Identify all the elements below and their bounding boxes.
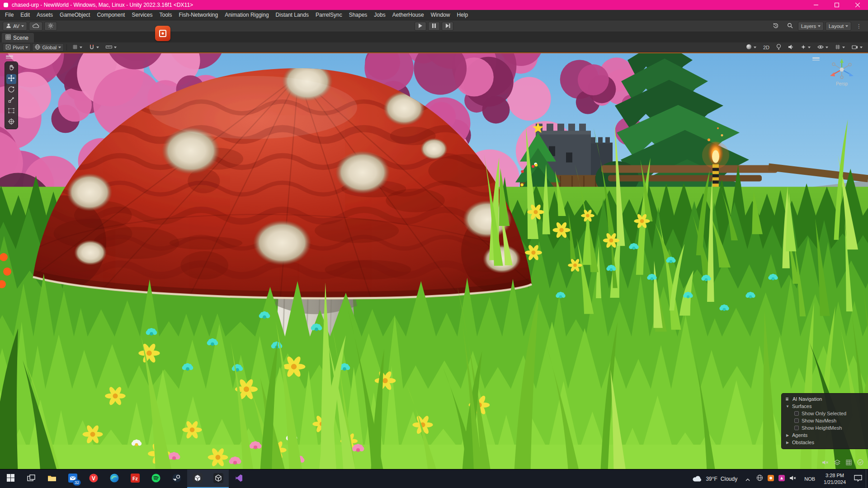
maximize-button[interactable] xyxy=(826,0,847,10)
spotify-button[interactable] xyxy=(146,469,166,488)
obstacles-foldout[interactable]: ▶ Obstacles xyxy=(784,439,865,446)
layers-dropdown[interactable]: Layers xyxy=(798,22,824,31)
scene-view-render[interactable] xyxy=(0,53,868,469)
vivaldi-button[interactable]: V xyxy=(83,469,104,488)
menu-tools[interactable]: Tools xyxy=(156,11,175,19)
show-only-selected-row[interactable]: Show Only Selected xyxy=(784,410,865,417)
svg-text:Fz: Fz xyxy=(132,475,138,481)
global-dropdown[interactable]: Global xyxy=(32,43,64,52)
file-explorer-button[interactable] xyxy=(42,469,62,488)
layout-dropdown[interactable]: Layout xyxy=(826,22,851,31)
menu-edit[interactable]: Edit xyxy=(17,11,33,19)
viewport-audio-mute-icon[interactable] xyxy=(822,459,829,467)
show-desktop-button[interactable] xyxy=(866,469,868,488)
step-button[interactable] xyxy=(442,22,453,31)
surfaces-foldout[interactable]: ▼ Surfaces xyxy=(784,403,865,410)
projection-label[interactable]: Persp xyxy=(826,81,858,86)
scale-tool-button[interactable] xyxy=(6,96,16,106)
menu-services[interactable]: Services xyxy=(128,11,156,19)
viewport-grid-icon[interactable] xyxy=(846,459,852,467)
edge-button[interactable] xyxy=(104,469,125,488)
transform-tool-button[interactable] xyxy=(6,117,16,127)
menu-aetherhouse[interactable]: AetherHouse xyxy=(389,11,427,19)
orientation-gizmo[interactable]: Persp xyxy=(826,58,858,86)
account-dropdown[interactable]: AV xyxy=(3,22,27,31)
menu-fish-networking[interactable]: Fish-Networking xyxy=(175,11,221,19)
hidden-objects-dropdown[interactable] xyxy=(815,43,831,52)
viewport-layers-icon[interactable] xyxy=(834,459,840,467)
mail-button[interactable]: 32 xyxy=(62,469,83,488)
filezilla-button[interactable]: Fz xyxy=(125,469,146,488)
show-heightmesh-row[interactable]: Show HeightMesh xyxy=(784,424,865,432)
steam-button[interactable] xyxy=(166,469,187,488)
rotate-tool-button[interactable] xyxy=(6,85,16,95)
show-navmesh-checkbox[interactable] xyxy=(794,418,799,423)
scene-viewport[interactable]: Persp AI Navigation ▼ Surfaces Show Only… xyxy=(0,52,868,469)
hidden-icons-button[interactable] xyxy=(743,475,753,483)
menu-shapes[interactable]: Shapes xyxy=(346,11,371,19)
toggle-2d-button[interactable]: 2D xyxy=(760,43,772,52)
menu-jobs[interactable]: Jobs xyxy=(371,11,388,19)
undo-history-button[interactable] xyxy=(769,22,782,31)
camera-gizmos-dropdown[interactable] xyxy=(849,43,865,52)
main-toolbar: AV Layers Layout ⋮ xyxy=(0,20,868,32)
view-tool-button[interactable] xyxy=(6,63,16,73)
overflow-menu-button[interactable]: ⋮ xyxy=(853,22,865,31)
rect-tool-button[interactable] xyxy=(6,107,16,117)
menu-file[interactable]: File xyxy=(2,11,17,19)
tray-app-magenta-icon[interactable] xyxy=(778,475,785,483)
move-tool-button[interactable] xyxy=(6,74,16,84)
draw-mode-dropdown[interactable] xyxy=(743,43,759,52)
taskbar-clock[interactable]: 3:28 PM 1/21/2024 xyxy=(819,472,850,485)
lighting-toggle[interactable] xyxy=(774,43,784,52)
menu-assets[interactable]: Assets xyxy=(33,11,56,19)
show-navmesh-row[interactable]: Show NavMesh xyxy=(784,417,865,424)
menu-component[interactable]: Component xyxy=(94,11,128,19)
snap-settings-dropdown[interactable] xyxy=(103,43,119,52)
language-indicator[interactable]: NOB xyxy=(800,476,819,482)
menu-distant-lands[interactable]: Distant Lands xyxy=(273,11,312,19)
overlay-menu-icon[interactable] xyxy=(5,55,14,59)
filezilla-icon: Fz xyxy=(131,474,140,484)
titlebar[interactable]: chased-urp - NewWorld - Windows, Mac, Li… xyxy=(0,0,868,10)
scene-overlay-menu-icon[interactable] xyxy=(811,57,821,61)
ai-navigation-header[interactable]: AI Navigation xyxy=(784,395,865,403)
audio-toggle[interactable] xyxy=(785,43,797,52)
minimize-button[interactable] xyxy=(806,0,826,10)
menu-help[interactable]: Help xyxy=(453,11,471,19)
axis-gizmo-icon xyxy=(826,58,858,80)
chevron-down-icon xyxy=(96,47,99,48)
cloud-button[interactable] xyxy=(29,22,42,31)
network-globe-icon[interactable] xyxy=(756,474,763,483)
start-button[interactable] xyxy=(0,469,21,488)
menu-window[interactable]: Window xyxy=(428,11,453,19)
task-view-button[interactable] xyxy=(21,469,42,488)
increment-snap-dropdown[interactable] xyxy=(86,43,102,52)
show-heightmesh-checkbox[interactable] xyxy=(794,426,799,430)
system-tray: 39°F Cloudy NOB 3:28 PM 1/21/2024 xyxy=(686,469,868,488)
play-button[interactable] xyxy=(415,22,426,31)
effects-dropdown[interactable] xyxy=(798,43,813,52)
agents-foldout[interactable]: ▶ Agents xyxy=(784,432,865,439)
tray-app-orange-icon[interactable] xyxy=(768,475,774,483)
volume-muted-icon[interactable] xyxy=(789,475,797,483)
grid-visibility-dropdown[interactable] xyxy=(832,43,848,52)
grid-snap-dropdown[interactable] xyxy=(70,43,85,52)
close-button[interactable] xyxy=(847,0,868,10)
action-center-button[interactable] xyxy=(850,474,866,483)
visual-studio-button[interactable] xyxy=(229,469,250,488)
menu-animation-rigging[interactable]: Animation Rigging xyxy=(222,11,272,19)
unity-editor-button[interactable] xyxy=(187,469,208,488)
show-only-selected-checkbox[interactable] xyxy=(794,411,799,416)
tab-scene[interactable]: Scene xyxy=(2,33,34,42)
viewport-check-icon[interactable] xyxy=(857,459,863,467)
unity-hub-button[interactable] xyxy=(208,469,229,488)
floating-tool-icon[interactable] xyxy=(155,26,170,41)
menu-parrelsync[interactable]: ParrelSync xyxy=(312,11,345,19)
menu-gameobject[interactable]: GameObject xyxy=(57,11,93,19)
pivot-dropdown[interactable]: Pivot xyxy=(3,43,31,52)
services-button[interactable] xyxy=(44,22,57,31)
weather-widget[interactable]: 39°F Cloudy xyxy=(686,469,743,488)
search-button[interactable] xyxy=(784,22,796,31)
pause-button[interactable] xyxy=(428,22,440,31)
